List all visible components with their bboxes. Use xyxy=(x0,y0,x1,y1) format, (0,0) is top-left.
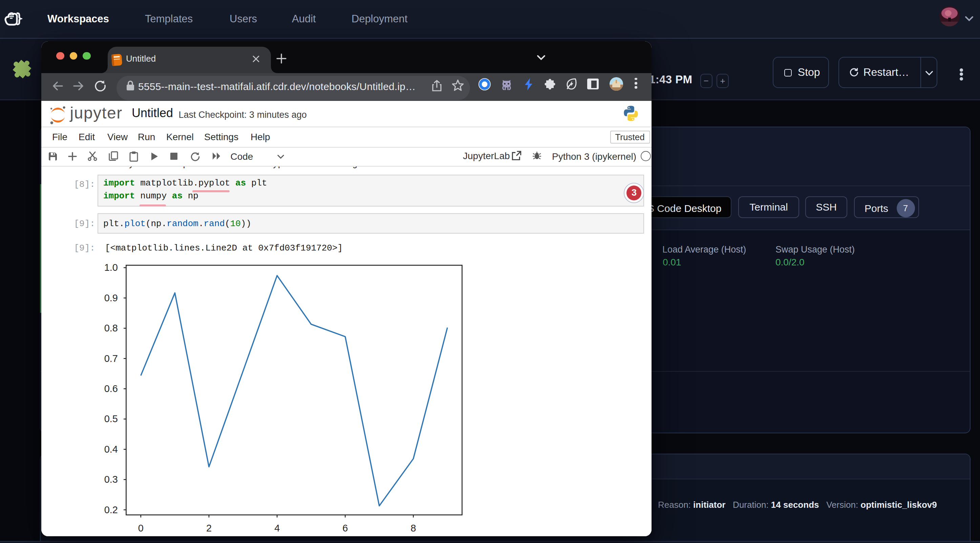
svg-text:0.2: 0.2 xyxy=(104,504,118,515)
svg-text:1.0: 1.0 xyxy=(104,262,118,273)
svg-text:0.6: 0.6 xyxy=(104,383,118,394)
svg-text:0.8: 0.8 xyxy=(104,322,118,333)
svg-text:6: 6 xyxy=(343,522,348,533)
svg-text:2: 2 xyxy=(206,522,212,533)
svg-text:0.9: 0.9 xyxy=(104,292,118,303)
svg-text:0.4: 0.4 xyxy=(104,443,118,454)
svg-text:8: 8 xyxy=(411,522,416,533)
svg-text:0.7: 0.7 xyxy=(104,353,118,364)
svg-text:0.3: 0.3 xyxy=(104,473,118,484)
svg-text:4: 4 xyxy=(275,522,280,533)
svg-text:0.5: 0.5 xyxy=(104,413,118,424)
svg-text:0: 0 xyxy=(138,522,143,533)
